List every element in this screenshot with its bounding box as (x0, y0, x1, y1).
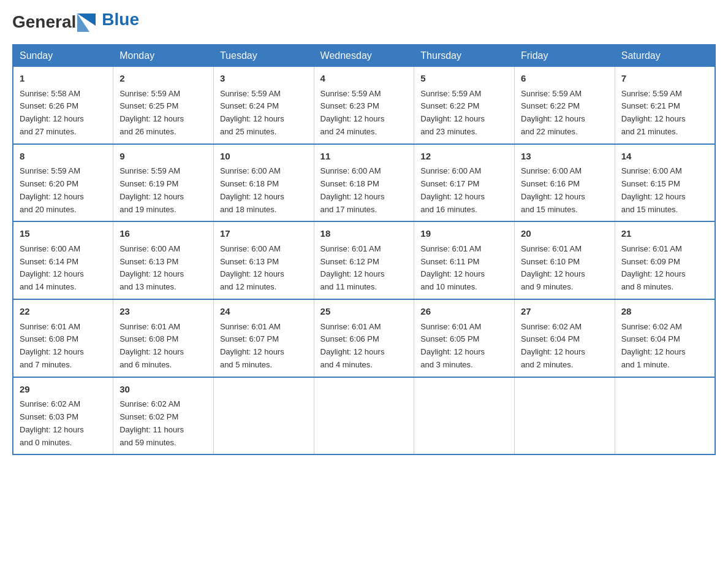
day-number: 4 (320, 72, 408, 86)
calendar-day-4: 4 Sunrise: 5:59 AMSunset: 6:23 PMDayligh… (314, 67, 414, 144)
calendar-day-5: 5 Sunrise: 5:59 AMSunset: 6:22 PMDayligh… (414, 67, 515, 144)
calendar-day-18: 18 Sunrise: 6:01 AMSunset: 6:12 PMDaylig… (314, 221, 414, 299)
calendar-week-4: 22 Sunrise: 6:01 AMSunset: 6:08 PMDaylig… (13, 299, 715, 377)
day-number: 25 (320, 305, 408, 319)
day-info: Sunrise: 6:01 AMSunset: 6:05 PMDaylight:… (420, 322, 485, 369)
day-info: Sunrise: 6:02 AMSunset: 6:04 PMDaylight:… (521, 322, 585, 369)
calendar-day-13: 13 Sunrise: 6:00 AMSunset: 6:16 PMDaylig… (515, 144, 615, 222)
day-number: 18 (320, 227, 408, 241)
day-number: 15 (20, 227, 107, 241)
day-number: 22 (20, 305, 107, 319)
calendar-day-27: 27 Sunrise: 6:02 AMSunset: 6:04 PMDaylig… (515, 299, 615, 377)
weekday-header-wednesday: Wednesday (314, 45, 414, 67)
day-info: Sunrise: 6:00 AMSunset: 6:18 PMDaylight:… (320, 166, 385, 213)
weekday-header-monday: Monday (113, 45, 214, 67)
day-info: Sunrise: 6:01 AMSunset: 6:11 PMDaylight:… (420, 244, 485, 291)
calendar-header-row: SundayMondayTuesdayWednesdayThursdayFrid… (13, 45, 715, 67)
logo-blue-text: Blue (102, 10, 139, 29)
calendar-day-14: 14 Sunrise: 6:00 AMSunset: 6:15 PMDaylig… (615, 144, 715, 222)
day-info: Sunrise: 6:01 AMSunset: 6:09 PMDaylight:… (621, 244, 686, 291)
day-number: 16 (119, 227, 207, 241)
day-info: Sunrise: 6:00 AMSunset: 6:18 PMDaylight:… (220, 166, 284, 213)
calendar-day-24: 24 Sunrise: 6:01 AMSunset: 6:07 PMDaylig… (213, 299, 314, 377)
day-info: Sunrise: 5:59 AMSunset: 6:22 PMDaylight:… (420, 89, 485, 136)
day-info: Sunrise: 6:00 AMSunset: 6:15 PMDaylight:… (621, 166, 686, 213)
day-number: 19 (420, 227, 508, 241)
calendar-day-15: 15 Sunrise: 6:00 AMSunset: 6:14 PMDaylig… (13, 221, 113, 299)
day-number: 20 (521, 227, 609, 241)
day-number: 10 (220, 150, 308, 164)
weekday-header-friday: Friday (515, 45, 615, 67)
calendar-week-3: 15 Sunrise: 6:00 AMSunset: 6:14 PMDaylig… (13, 221, 715, 299)
weekday-header-sunday: Sunday (13, 45, 113, 67)
day-number: 6 (521, 72, 609, 86)
day-number: 3 (220, 72, 308, 86)
day-info: Sunrise: 5:59 AMSunset: 6:20 PMDaylight:… (20, 166, 84, 213)
calendar-day-23: 23 Sunrise: 6:01 AMSunset: 6:08 PMDaylig… (113, 299, 214, 377)
day-number: 5 (420, 72, 508, 86)
weekday-header-thursday: Thursday (414, 45, 515, 67)
logo-icon (77, 13, 96, 32)
day-info: Sunrise: 6:01 AMSunset: 6:06 PMDaylight:… (320, 322, 385, 369)
calendar-day-16: 16 Sunrise: 6:00 AMSunset: 6:13 PMDaylig… (113, 221, 214, 299)
day-info: Sunrise: 5:59 AMSunset: 6:25 PMDaylight:… (119, 89, 184, 136)
day-number: 13 (521, 150, 609, 164)
calendar-week-5: 29 Sunrise: 6:02 AMSunset: 6:03 PMDaylig… (13, 377, 715, 455)
day-info: Sunrise: 6:02 AMSunset: 6:03 PMDaylight:… (20, 399, 84, 446)
logo: General Blue (12, 12, 139, 32)
calendar-day-1: 1 Sunrise: 5:58 AMSunset: 6:26 PMDayligh… (13, 67, 113, 144)
calendar-day-29: 29 Sunrise: 6:02 AMSunset: 6:03 PMDaylig… (13, 377, 113, 455)
calendar-day-25: 25 Sunrise: 6:01 AMSunset: 6:06 PMDaylig… (314, 299, 414, 377)
day-info: Sunrise: 5:59 AMSunset: 6:23 PMDaylight:… (320, 89, 385, 136)
day-info: Sunrise: 6:00 AMSunset: 6:17 PMDaylight:… (420, 166, 485, 213)
day-info: Sunrise: 6:01 AMSunset: 6:12 PMDaylight:… (320, 244, 385, 291)
calendar-empty (314, 377, 414, 455)
calendar-day-9: 9 Sunrise: 5:59 AMSunset: 6:19 PMDayligh… (113, 144, 214, 222)
calendar-day-12: 12 Sunrise: 6:00 AMSunset: 6:17 PMDaylig… (414, 144, 515, 222)
calendar-day-22: 22 Sunrise: 6:01 AMSunset: 6:08 PMDaylig… (13, 299, 113, 377)
logo-text: General (12, 12, 76, 32)
day-number: 8 (20, 150, 107, 164)
day-number: 11 (320, 150, 408, 164)
day-number: 1 (20, 72, 107, 86)
day-info: Sunrise: 5:58 AMSunset: 6:26 PMDaylight:… (20, 89, 84, 136)
calendar-day-2: 2 Sunrise: 5:59 AMSunset: 6:25 PMDayligh… (113, 67, 214, 144)
calendar-table: SundayMondayTuesdayWednesdayThursdayFrid… (12, 44, 716, 455)
day-info: Sunrise: 6:01 AMSunset: 6:08 PMDaylight:… (119, 322, 184, 369)
weekday-header-saturday: Saturday (615, 45, 715, 67)
calendar-week-2: 8 Sunrise: 5:59 AMSunset: 6:20 PMDayligh… (13, 144, 715, 222)
calendar-day-17: 17 Sunrise: 6:00 AMSunset: 6:13 PMDaylig… (213, 221, 314, 299)
calendar-day-10: 10 Sunrise: 6:00 AMSunset: 6:18 PMDaylig… (213, 144, 314, 222)
weekday-header-tuesday: Tuesday (213, 45, 314, 67)
day-number: 24 (220, 305, 308, 319)
day-number: 29 (20, 383, 107, 397)
day-number: 12 (420, 150, 508, 164)
day-info: Sunrise: 5:59 AMSunset: 6:24 PMDaylight:… (220, 89, 284, 136)
calendar-empty (615, 377, 715, 455)
calendar-empty (515, 377, 615, 455)
calendar-week-1: 1 Sunrise: 5:58 AMSunset: 6:26 PMDayligh… (13, 67, 715, 144)
calendar-day-26: 26 Sunrise: 6:01 AMSunset: 6:05 PMDaylig… (414, 299, 515, 377)
calendar-day-20: 20 Sunrise: 6:01 AMSunset: 6:10 PMDaylig… (515, 221, 615, 299)
day-number: 17 (220, 227, 308, 241)
calendar-day-28: 28 Sunrise: 6:02 AMSunset: 6:04 PMDaylig… (615, 299, 715, 377)
calendar-day-8: 8 Sunrise: 5:59 AMSunset: 6:20 PMDayligh… (13, 144, 113, 222)
calendar-day-7: 7 Sunrise: 5:59 AMSunset: 6:21 PMDayligh… (615, 67, 715, 144)
calendar-day-11: 11 Sunrise: 6:00 AMSunset: 6:18 PMDaylig… (314, 144, 414, 222)
day-number: 7 (621, 72, 708, 86)
page-header: General Blue (12, 12, 716, 32)
day-number: 28 (621, 305, 708, 319)
day-number: 23 (119, 305, 207, 319)
day-number: 30 (119, 383, 207, 397)
day-number: 21 (621, 227, 708, 241)
day-number: 9 (119, 150, 207, 164)
day-number: 2 (119, 72, 207, 86)
day-info: Sunrise: 6:02 AMSunset: 6:02 PMDaylight:… (119, 399, 184, 446)
calendar-day-3: 3 Sunrise: 5:59 AMSunset: 6:24 PMDayligh… (213, 67, 314, 144)
calendar-empty (414, 377, 515, 455)
calendar-day-19: 19 Sunrise: 6:01 AMSunset: 6:11 PMDaylig… (414, 221, 515, 299)
day-number: 26 (420, 305, 508, 319)
calendar-day-6: 6 Sunrise: 5:59 AMSunset: 6:22 PMDayligh… (515, 67, 615, 144)
calendar-empty (213, 377, 314, 455)
day-info: Sunrise: 5:59 AMSunset: 6:19 PMDaylight:… (119, 166, 184, 213)
